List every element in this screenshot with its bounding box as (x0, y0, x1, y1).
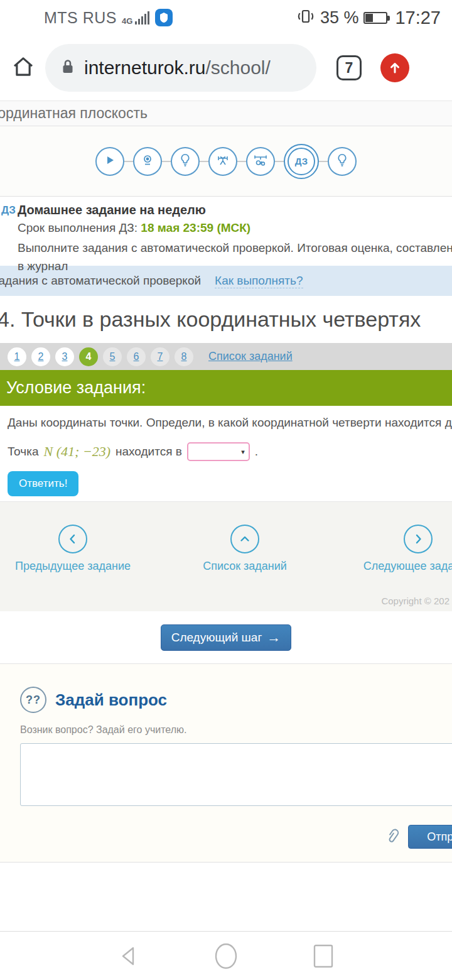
network-type-badge: 4G (122, 17, 132, 25)
next-step-row: Следующий шаг → (0, 611, 452, 664)
point-formula: N (41; −23) (43, 444, 110, 460)
step-trainer-button[interactable] (208, 147, 237, 176)
ask-question-section: ?? Задай вопрос Возник вопрос? Задай его… (0, 664, 452, 863)
task-heading-row: 4. Точки в разных координатных четвертях (0, 296, 452, 343)
homework-info-section: ДЗ Домашнее задание на неделю Срок выпол… (0, 197, 452, 266)
step-video-button[interactable] (95, 147, 124, 176)
android-navigation-bar (0, 931, 452, 980)
task-pagination: 1 2 3 4 5 6 7 8 Список заданий (0, 343, 452, 370)
ask-question-subtitle: Возник вопрос? Задай его учителю. (20, 724, 186, 736)
lightbulb-icon (179, 153, 191, 170)
quadrant-select[interactable]: ▾ (187, 442, 250, 461)
trainer-icon (216, 154, 230, 169)
next-task-label: Следующее задание (349, 560, 452, 573)
task-page-4-active[interactable]: 4 (79, 347, 98, 366)
prev-task-button[interactable]: Предыдущее задание (4, 525, 142, 573)
task-list-button[interactable]: Список заданий (176, 525, 314, 573)
battery-percent-label: 35 % (320, 8, 359, 28)
condition-text: Даны координаты точки. Определи, в какой… (8, 416, 452, 430)
task-page-7[interactable]: 7 (151, 347, 170, 366)
url-text: interneturok.ru/school/ (84, 57, 271, 79)
chevron-left-icon (58, 525, 87, 553)
home-button[interactable] (10, 53, 36, 82)
play-icon (104, 155, 116, 168)
homework-badge-label: ДЗ (1, 204, 16, 217)
answer-button[interactable]: Ответить! (8, 471, 78, 496)
android-back-button[interactable] (118, 945, 139, 967)
task-heading: 4. Точки в разных координатных четвертях (0, 307, 421, 332)
prev-task-label: Предыдущее задание (4, 560, 142, 573)
signal-strength-icon: 4G (122, 10, 150, 25)
autocheck-label: Задания с автоматической проверкой (0, 274, 201, 288)
question-prefix: Точка (8, 445, 38, 459)
homework-badge: ДЗ (288, 148, 315, 175)
task-body: Даны координаты точки. Определи, в какой… (0, 406, 452, 501)
lesson-title[interactable]: Координатная плоскость (0, 105, 148, 122)
homework-deadline-date: 18 мая 23:59 (МСК) (141, 221, 250, 234)
lock-icon (62, 58, 74, 77)
task-list-link[interactable]: Список заданий (208, 350, 293, 363)
step-extra-theory-button[interactable] (328, 147, 357, 176)
web-page: Координатная плоскость (0, 101, 452, 931)
homework-description-line1: Выполните задания с автоматической прове… (18, 239, 452, 257)
how-to-link[interactable]: Как выполнять? (215, 274, 303, 288)
task-page-3[interactable]: 3 (55, 347, 74, 366)
chevron-right-icon (404, 525, 433, 553)
browser-update-button[interactable] (380, 53, 409, 82)
android-recents-button[interactable] (313, 944, 334, 969)
task-page-1[interactable]: 1 (8, 347, 26, 366)
browser-toolbar: interneturok.ru/school/ 7 (0, 35, 452, 101)
carrier-label: MTS RUS (44, 9, 117, 27)
question-suffix: находится в (116, 445, 182, 459)
step-webinar-button[interactable] (133, 147, 162, 176)
lesson-stepper: ДЗ (95, 144, 357, 179)
step-homework-button[interactable]: ДЗ (284, 144, 319, 179)
chevron-up-icon (230, 525, 259, 553)
status-bar: MTS RUS 4G 35 % 17:27 (0, 0, 452, 35)
scored-trainer-icon (253, 154, 268, 169)
battery-icon (363, 12, 387, 24)
webcam-icon (141, 154, 154, 169)
ask-question-heading: Задай вопрос (55, 690, 167, 710)
condition-header-bar: Условие задания: (0, 370, 452, 406)
homework-deadline: Срок выполнения ДЗ: 18 мая 23:59 (МСК) (18, 221, 452, 235)
task-page-5[interactable]: 5 (103, 347, 122, 366)
notification-app-icon (155, 9, 173, 26)
copyright-text: Copyright © 202 (381, 596, 449, 606)
homework-description-line2: в журнал (18, 257, 452, 275)
send-question-button[interactable]: Отправить (408, 825, 452, 849)
question-period: . (255, 445, 258, 459)
task-list-label: Список заданий (176, 560, 314, 573)
next-step-button[interactable]: Следующий шаг → (161, 624, 292, 651)
next-task-button[interactable]: Следующее задание (349, 525, 452, 573)
arrow-right-icon: → (267, 631, 281, 645)
lesson-stepper-section: ДЗ (0, 126, 452, 197)
url-bar[interactable]: interneturok.ru/school/ (45, 44, 316, 92)
chevron-down-icon: ▾ (241, 448, 245, 456)
homework-title: Домашнее задание на неделю (18, 203, 452, 217)
step-theory-button[interactable] (171, 147, 200, 176)
attach-file-button[interactable] (383, 827, 401, 850)
tab-switcher-button[interactable]: 7 (336, 55, 362, 80)
step-scored-trainer-button[interactable] (246, 147, 275, 176)
task-page-6[interactable]: 6 (127, 347, 146, 366)
clock-label: 17:27 (395, 8, 441, 28)
task-page-8[interactable]: 8 (175, 347, 193, 366)
task-page-2[interactable]: 2 (31, 347, 50, 366)
android-home-button[interactable] (213, 942, 239, 970)
vibrate-icon (296, 7, 315, 28)
condition-header: Условие задания: (6, 378, 146, 398)
page-bottom-spacer (0, 863, 452, 931)
task-nav-section: Предыдущее задание Список заданий Следую… (0, 501, 452, 611)
lesson-breadcrumb-row: Координатная плоскость (0, 101, 452, 126)
lightbulb-icon (336, 153, 348, 170)
question-marks-icon: ?? (20, 687, 46, 713)
question-textarea[interactable] (20, 743, 452, 806)
